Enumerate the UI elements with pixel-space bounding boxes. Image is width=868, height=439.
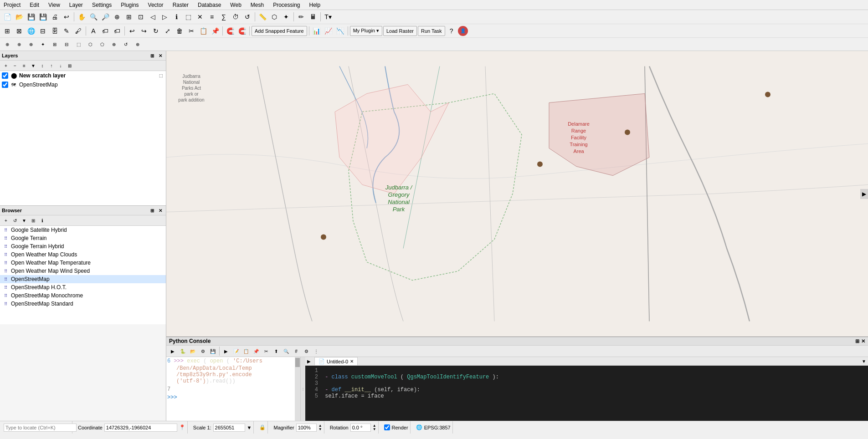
status-crs-item[interactable]: 🌐 EPSG:3857: [414, 421, 453, 434]
status-coord-icon[interactable]: 📍: [179, 424, 185, 430]
dig8-btn[interactable]: ⊟: [61, 39, 72, 50]
browser-props-btn[interactable]: ℹ: [38, 216, 46, 225]
layer-item-osm[interactable]: 🗺 OpenStreetMap: [0, 80, 166, 89]
menu-view[interactable]: View: [46, 1, 62, 9]
rot-down-icon[interactable]: ▼: [373, 428, 376, 431]
delete-btn[interactable]: 🗑: [174, 26, 185, 36]
user-btn[interactable]: 👤: [458, 26, 468, 36]
menu-raster[interactable]: Raster: [171, 1, 190, 9]
console-options-btn[interactable]: ⚙: [302, 347, 311, 356]
lock-icon[interactable]: 🔒: [259, 424, 266, 430]
console-resize-handle[interactable]: ⋮: [301, 357, 305, 421]
dig11-btn[interactable]: ⬠: [97, 39, 108, 50]
select-btn[interactable]: ⬚: [183, 11, 194, 22]
pan-btn[interactable]: ✋: [76, 11, 87, 22]
dig14-btn[interactable]: ⊕: [132, 39, 143, 50]
digitize-btn[interactable]: ✏: [296, 11, 307, 22]
console-settings-btn[interactable]: ⚙: [198, 347, 207, 356]
layer-add-btn[interactable]: +: [2, 61, 10, 70]
label-btn[interactable]: A: [88, 26, 99, 36]
layer-group-btn[interactable]: ⊞: [66, 61, 74, 70]
menu-project[interactable]: Project: [2, 1, 22, 9]
stats-btn[interactable]: ∑: [218, 11, 229, 22]
layer-up-btn[interactable]: ↑: [47, 61, 56, 70]
zoom-out-btn[interactable]: 🔎: [100, 11, 111, 22]
add-snapped-feature-btn[interactable]: Add Snapped Feature: [252, 26, 307, 36]
copy-btn[interactable]: 📋: [198, 26, 209, 36]
console-tab-arrow-btn[interactable]: ▼: [862, 359, 866, 364]
cut-btn[interactable]: ✂: [186, 26, 197, 36]
browser-item-osm-mono[interactable]: ⠿ OpenStreetMap Monochrome: [0, 291, 166, 300]
zoom-selection-btn[interactable]: ⊕: [112, 11, 123, 22]
console-code[interactable]: 1 2 - class customMoveTool ( QgsMapToolI…: [305, 366, 868, 421]
identify-btn[interactable]: ℹ: [171, 11, 182, 22]
browser-item-owm-wind[interactable]: ⠿ Open Weather Map Wind Speed: [0, 267, 166, 275]
more-btn[interactable]: T▾: [323, 11, 334, 22]
my-plugin-btn[interactable]: My Plugin ▾: [350, 26, 382, 36]
zoom-next-btn[interactable]: ▷: [159, 11, 170, 22]
add-wfs-btn[interactable]: ⊟: [37, 26, 48, 36]
undo-btn[interactable]: ↩: [61, 11, 72, 22]
status-coordinate-input[interactable]: [104, 424, 177, 432]
status-search-input[interactable]: [4, 424, 77, 432]
status-render-checkbox[interactable]: [384, 424, 390, 430]
browser-collapse-btn[interactable]: ⊞: [29, 216, 37, 225]
dig10-btn[interactable]: ⬡: [85, 39, 96, 50]
dig3-btn[interactable]: ⊕: [2, 39, 13, 50]
menu-help[interactable]: Help: [308, 1, 323, 9]
browser-undock-btn[interactable]: ⊞: [149, 207, 156, 214]
status-magnifier-spinner[interactable]: ▲ ▼: [318, 424, 322, 431]
console-save-btn[interactable]: 💾: [208, 347, 217, 356]
status-rotation-spinner[interactable]: ▲ ▼: [373, 424, 376, 431]
load-raster-btn[interactable]: Load Raster: [383, 26, 417, 36]
browser-item-osm[interactable]: ⠿ OpenStreetMap: [0, 275, 166, 283]
annot2-btn[interactable]: 🏷: [112, 26, 123, 36]
status-scale-arrow[interactable]: ▼: [247, 425, 252, 430]
layer-sort-btn[interactable]: ↕: [38, 61, 46, 70]
map-canvas[interactable]: Judbarra / Gregory National Park Delamar…: [166, 51, 868, 337]
browser-item-owm-temp[interactable]: ⠿ Open Weather Map Temperature: [0, 259, 166, 267]
dig13-btn[interactable]: ↺: [120, 39, 131, 50]
zoom-full-btn[interactable]: ⊡: [135, 11, 146, 22]
console-cut-btn[interactable]: ✂: [262, 347, 271, 356]
menu-processing[interactable]: Processing: [271, 1, 302, 9]
layer-down-btn[interactable]: ↓: [56, 61, 65, 70]
redo-btn[interactable]: ↪: [139, 26, 149, 36]
console-run-btn[interactable]: ▶: [168, 347, 177, 356]
digitize2-btn[interactable]: ✎: [61, 26, 72, 36]
layer-filter-btn[interactable]: ▼: [29, 61, 37, 70]
console-zoom-btn[interactable]: 🔍: [282, 347, 291, 356]
console-paste-btn[interactable]: 📌: [252, 347, 261, 356]
open-attr-btn[interactable]: ≡: [206, 11, 217, 22]
help-btn[interactable]: ?: [446, 26, 457, 36]
save-btn[interactable]: 💾: [26, 11, 36, 22]
browser-item-google-terrain[interactable]: ⠿ Google Terrain: [0, 234, 166, 242]
console-find-btn[interactable]: #: [292, 347, 301, 356]
console-python-btn[interactable]: 🐍: [178, 347, 187, 356]
annot-btn[interactable]: 🏷: [100, 26, 111, 36]
layout-btn[interactable]: 📊: [311, 26, 322, 36]
edit-pen-btn[interactable]: 🖋: [73, 26, 84, 36]
console-left-scrollbar[interactable]: [295, 357, 300, 421]
console-tab-0[interactable]: 📄 Untitled-0 ✕: [314, 357, 358, 365]
scale-btn[interactable]: ⤢: [162, 26, 173, 36]
map-scroll-right[interactable]: ▶: [860, 189, 868, 199]
deselect-btn[interactable]: ✕: [195, 11, 205, 22]
layers-undock-btn[interactable]: ⊞: [149, 52, 156, 59]
console-import-btn[interactable]: ⬆: [272, 347, 281, 356]
browser-item-google-sat[interactable]: ⠿ Google Satellite Hybrid: [0, 226, 166, 234]
console-run2-btn[interactable]: ▶: [221, 347, 231, 356]
layer-open-attr-btn[interactable]: ≡: [20, 61, 28, 70]
save-as-btn[interactable]: 💾: [37, 11, 48, 22]
status-magnifier-input[interactable]: [296, 424, 317, 432]
measure-area-btn[interactable]: ⬡: [269, 11, 280, 22]
layer-scratch-checkbox[interactable]: [2, 72, 8, 79]
undo2-btn[interactable]: ↩: [127, 26, 138, 36]
layer-scratch-options-btn[interactable]: ⬚: [158, 72, 164, 79]
menu-mesh[interactable]: Mesh: [249, 1, 266, 9]
layer-remove-btn[interactable]: −: [11, 61, 19, 70]
console-tab-close-btn[interactable]: ✕: [350, 359, 354, 364]
console-close-btn[interactable]: ✕: [861, 338, 865, 344]
timer-btn[interactable]: ⏱: [230, 11, 241, 22]
add-raster-btn[interactable]: ⊞: [2, 26, 13, 36]
